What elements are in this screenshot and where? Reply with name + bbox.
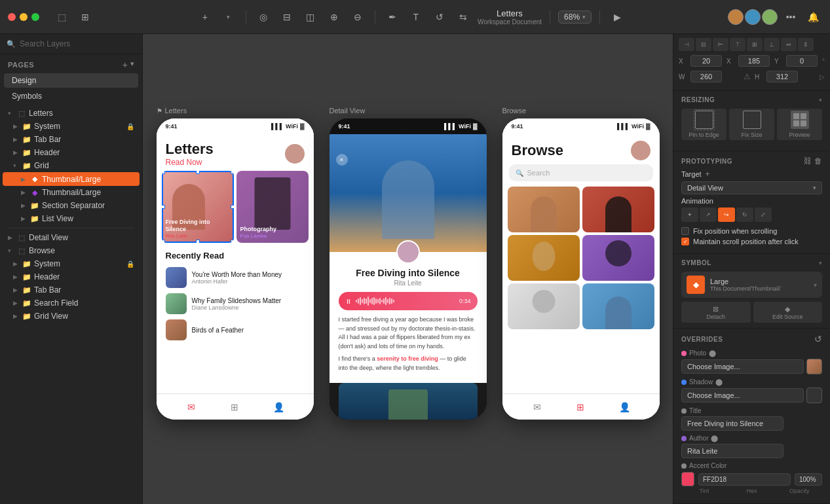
overrides-reset-icon[interactable]: ↺ [814, 334, 822, 344]
browse-cell-5[interactable] [508, 283, 580, 329]
arrange-icon[interactable]: ⊟ [278, 8, 296, 26]
union-icon[interactable]: ⊕ [325, 8, 343, 26]
target-select[interactable]: Detail View ▾ [681, 181, 822, 194]
handle-bm[interactable] [196, 240, 200, 243]
tab-person[interactable]: 👤 [271, 400, 286, 414]
layer-system-1[interactable]: ▶ 📁 System 🔒 [3, 120, 140, 133]
shadow-swatch[interactable] [806, 387, 822, 403]
layer-thumbnail-large-2[interactable]: ▶ ◆ Thumbnail/Large [3, 186, 140, 199]
anim-icon-1[interactable]: ✦ [681, 207, 698, 222]
tab-person-browse[interactable]: 👤 [617, 400, 632, 414]
handle-tm[interactable] [196, 171, 200, 174]
read-item-3[interactable]: Birds of a Feather [166, 317, 305, 343]
page-design[interactable]: Design [4, 73, 138, 88]
zoom-control[interactable]: 68% ▾ [558, 10, 592, 24]
pen-icon[interactable]: ✒ [383, 8, 402, 26]
shadow-choose-button[interactable]: Choose Image... [681, 388, 804, 403]
maintain-scroll-checkbox[interactable]: ✓ [681, 238, 689, 245]
photo-swatch[interactable] [806, 359, 822, 374]
title-override-input[interactable] [681, 416, 783, 431]
handle-br[interactable] [231, 240, 234, 243]
minimize-button[interactable] [20, 13, 28, 21]
browse-cell-4[interactable] [582, 235, 654, 281]
read-item-2[interactable]: Why Family Slideshows Matter Diane Lansd… [166, 291, 305, 317]
accent-color-swatch[interactable] [681, 472, 694, 486]
detach-button[interactable]: ⊠ Detach [681, 302, 751, 323]
flip-icon[interactable]: ⇆ [454, 8, 472, 26]
more-button[interactable]: ••• [782, 8, 800, 26]
align-center-v-icon[interactable]: ⊞ [747, 38, 763, 51]
fullscreen-button[interactable] [31, 13, 39, 21]
play-button[interactable]: ⏸ [345, 298, 352, 305]
pin-to-edge-option[interactable]: Pin to Edge [681, 109, 726, 140]
layer-browse[interactable]: ▾ ⬚ Browse [3, 244, 140, 257]
read-item-1[interactable]: You're Worth More than Money Antonin Haf… [166, 264, 305, 291]
target-icon[interactable]: ◎ [254, 8, 273, 26]
browse-cell-6[interactable] [582, 283, 654, 329]
y-input[interactable] [786, 55, 818, 67]
add-button[interactable]: + [196, 8, 214, 26]
handle-tl[interactable] [162, 171, 165, 174]
proto-delete-icon[interactable]: 🗑 [814, 156, 822, 166]
target-add-button[interactable]: + [706, 170, 710, 179]
close-button[interactable] [8, 13, 16, 21]
anim-icon-3-active[interactable]: ↪ [718, 207, 735, 222]
layer-tabbar-1[interactable]: ▶ 📁 Tab Bar [3, 133, 140, 146]
fix-size-option[interactable]: Fix Size [729, 109, 774, 140]
anim-icon-5[interactable]: ⤢ [755, 207, 772, 222]
page-symbols[interactable]: Symbols [4, 89, 138, 103]
align-left-icon[interactable]: ⊣ [679, 38, 694, 51]
layer-letters[interactable]: ▾ ⬚ Letters [3, 107, 140, 120]
layer-list-view[interactable]: ▶ 📁 List View [3, 212, 140, 225]
symbol-picker[interactable]: ◆ Large This Document/Thumbnail/ ▾ [681, 272, 822, 298]
detail-close-button[interactable]: ✕ [336, 154, 348, 166]
align-center-h-icon[interactable]: ⊟ [696, 38, 711, 51]
x-value-input[interactable] [738, 55, 770, 67]
anim-icon-4[interactable]: ↻ [736, 207, 753, 222]
browse-phone-frame[interactable]: 9:41 ▌▌▌ WiFi ▓ Browse 🔍 [502, 118, 660, 420]
pages-chevron[interactable]: ▾ [130, 60, 134, 70]
layer-section-separator[interactable]: ▶ 📁 Section Separator [3, 199, 140, 212]
add-page-button[interactable]: + [123, 60, 128, 70]
window-icon[interactable]: ⬚ [52, 8, 71, 26]
canvas-area[interactable]: ⚑ Letters 9:41 ▌▌▌ WiFi ▓ [143, 34, 673, 504]
handle-tr[interactable] [231, 171, 234, 174]
layer-tabbar-3[interactable]: ▶ 📁 Tab Bar [3, 283, 140, 297]
photo-choose-button[interactable]: Choose Image... [681, 359, 804, 374]
align-bottom-icon[interactable]: ⊥ [764, 38, 780, 51]
symbol-chevron[interactable]: ▾ [819, 260, 822, 266]
layer-search-field[interactable]: ▶ 📁 Search Field [3, 297, 140, 310]
rotate-icon[interactable]: ↺ [430, 8, 449, 26]
layer-thumbnail-large-selected[interactable]: ▶ ◆ Thumbnail/Large [3, 172, 140, 186]
layer-system-3[interactable]: ▶ 📁 System 🔒 [3, 257, 140, 270]
symbol-dropdown-chevron[interactable]: ▾ [814, 281, 817, 289]
fix-scroll-checkbox[interactable] [681, 227, 689, 235]
author-override-input[interactable] [681, 444, 783, 458]
tab-mail-browse[interactable]: ✉ [530, 400, 544, 414]
tab-letters[interactable]: ✉ [184, 400, 198, 414]
tab-grid-browse[interactable]: ⊞ [573, 400, 588, 414]
layer-detail-view[interactable]: ▶ ⬚ Detail View [3, 231, 140, 244]
letters-phone-frame[interactable]: 9:41 ▌▌▌ WiFi ▓ Letters Read Now [157, 118, 314, 420]
layer-header-1[interactable]: ▶ 📁 Header [3, 146, 140, 159]
edit-source-button[interactable]: ◆ Edit Source [753, 302, 823, 323]
handle-mr[interactable] [231, 205, 234, 209]
browse-cell-3[interactable] [508, 235, 580, 281]
audio-player[interactable]: ⏸ [339, 292, 478, 310]
grid-thumb-1[interactable]: Free Diving into Silence Rita Leite [162, 171, 234, 243]
browse-cell-2[interactable] [582, 187, 654, 232]
notification-icon[interactable]: 🔔 [804, 8, 822, 26]
opacity-input[interactable] [795, 473, 822, 486]
resizing-chevron[interactable]: ▾ [819, 97, 822, 103]
layer-grid[interactable]: ▾ 📁 Grid [3, 159, 140, 172]
subtract-icon[interactable]: ⊖ [349, 8, 367, 26]
x-input[interactable] [690, 55, 722, 67]
grid-thumb-2[interactable]: Photography Fua Lamba [236, 171, 309, 243]
handle-ml[interactable] [162, 205, 165, 209]
hex-input[interactable] [698, 473, 791, 486]
tab-grid[interactable]: ⊞ [227, 400, 242, 414]
handle-bl[interactable] [162, 240, 165, 243]
detail-phone-frame[interactable]: 9:41 ▌▌▌ WiFi ▓ ✕ Free Diving into Sil [330, 118, 487, 420]
align-top-icon[interactable]: ⊤ [730, 38, 745, 51]
w-input[interactable] [690, 71, 722, 82]
